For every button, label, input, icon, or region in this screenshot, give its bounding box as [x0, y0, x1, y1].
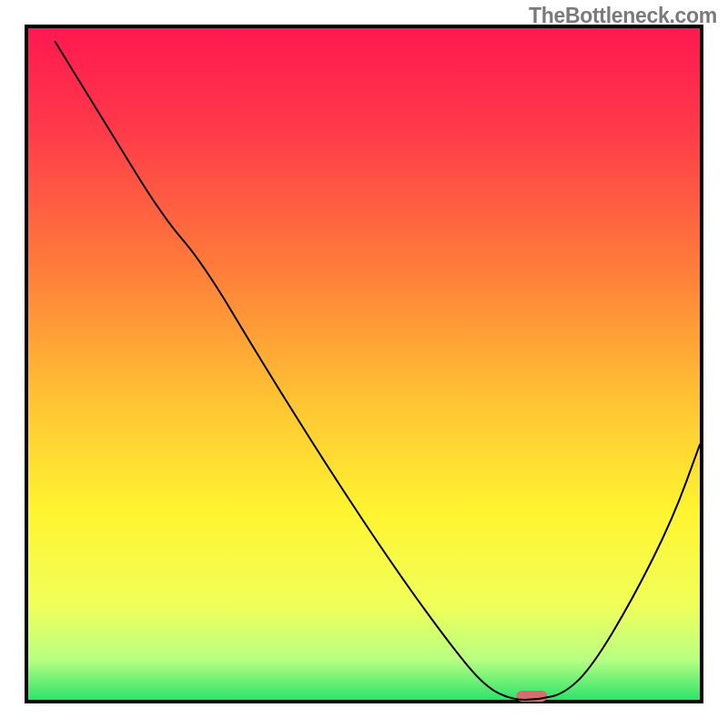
watermark-text: TheBottleneck.com [529, 4, 717, 28]
gradient-background [28, 28, 700, 700]
bottleneck-chart [0, 0, 728, 728]
chart-container: TheBottleneck.com [0, 0, 728, 728]
